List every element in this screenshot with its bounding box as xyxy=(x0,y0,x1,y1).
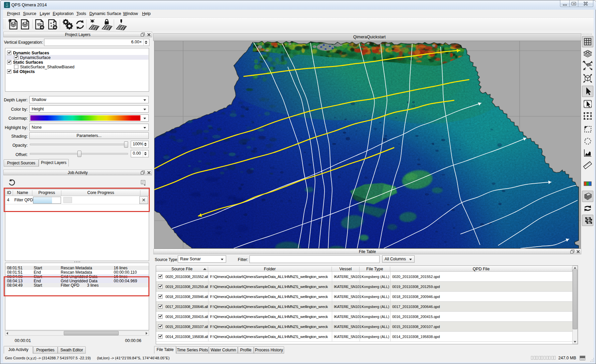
svg-text:Q: Q xyxy=(6,2,8,6)
